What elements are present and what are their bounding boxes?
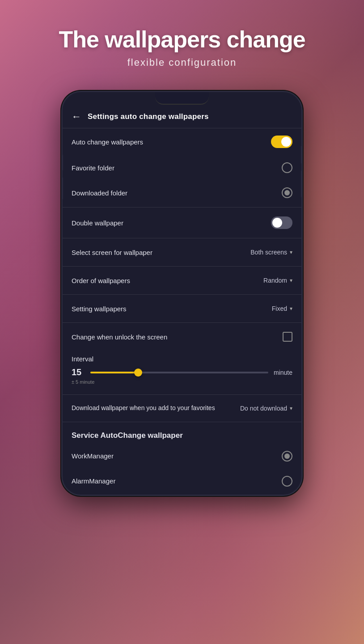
left-button-1 xyxy=(61,155,63,170)
order-wallpapers-row: Order of wallpapers Random ▾ xyxy=(63,268,301,292)
auto-change-label: Auto change wallpapers xyxy=(72,138,143,146)
alarm-manager-label: AlarmManager xyxy=(72,477,115,485)
download-chevron: ▾ xyxy=(290,405,292,411)
interval-label: Interval xyxy=(72,355,292,363)
phone-wrapper: ← Settings auto change wallpapers Auto c… xyxy=(61,91,303,496)
toggle-thumb xyxy=(281,137,291,147)
select-screen-label: Select screen for wallpaper xyxy=(72,249,152,256)
setting-wallpapers-row: Setting wallpapers Fixed ▾ xyxy=(63,297,301,321)
divider-1 xyxy=(63,207,301,208)
auto-change-toggle[interactable] xyxy=(271,136,292,148)
screen-title: Settings auto change wallpapers xyxy=(88,112,209,121)
phone-frame: ← Settings auto change wallpapers Auto c… xyxy=(61,91,303,496)
top-bar: ← Settings auto change wallpapers xyxy=(63,106,301,128)
divider-4 xyxy=(63,294,301,295)
downloaded-folder-radio[interactable] xyxy=(282,187,292,198)
change-unlock-checkbox[interactable] xyxy=(283,332,292,342)
order-chevron: ▾ xyxy=(290,277,292,284)
double-wallpaper-label: Double wallpaper xyxy=(72,219,123,227)
download-favorite-value: Do not download xyxy=(240,405,287,412)
download-favorite-dropdown[interactable]: Do not download ▾ xyxy=(240,405,292,412)
side-button-volume xyxy=(301,170,303,197)
favorite-folder-radio[interactable] xyxy=(282,162,292,173)
radio-inner-dot xyxy=(284,190,290,195)
download-favorite-label: Download wallpaper when you add to your … xyxy=(72,404,240,413)
change-unlock-label: Change when unlock the screen xyxy=(72,333,167,341)
divider-6 xyxy=(63,394,301,395)
interval-unit: minute xyxy=(274,369,292,376)
double-wallpaper-row: Double wallpaper xyxy=(63,209,301,236)
divider-7 xyxy=(63,422,301,422)
divider-3 xyxy=(63,266,301,267)
setting-wallpapers-label: Setting wallpapers xyxy=(72,305,127,313)
select-screen-value: Both screens xyxy=(250,249,287,256)
alarm-manager-row[interactable]: AlarmManager xyxy=(63,469,301,494)
work-manager-row[interactable]: WorkManager xyxy=(63,444,301,469)
back-button[interactable]: ← xyxy=(72,111,81,123)
interval-section: Interval 15 minute ± 5 minute xyxy=(63,349,301,393)
setting-wallpapers-value: Fixed xyxy=(272,305,287,312)
phone-notch xyxy=(155,92,209,105)
favorite-folder-row[interactable]: Favorite folder xyxy=(63,155,301,180)
setting-wallpapers-dropdown[interactable]: Fixed ▾ xyxy=(272,305,292,312)
work-manager-radio[interactable] xyxy=(282,451,292,462)
order-wallpapers-dropdown[interactable]: Random ▾ xyxy=(263,277,292,284)
select-screen-dropdown[interactable]: Both screens ▾ xyxy=(250,249,292,256)
divider-2 xyxy=(63,238,301,238)
order-wallpapers-value: Random xyxy=(263,277,287,284)
interval-value: 15 xyxy=(72,367,85,377)
work-manager-label: WorkManager xyxy=(72,452,114,460)
phone-screen: ← Settings auto change wallpapers Auto c… xyxy=(63,92,301,495)
double-wallpaper-toggle-thumb xyxy=(272,218,282,228)
slider-fill xyxy=(90,372,140,373)
favorite-folder-label: Favorite folder xyxy=(72,164,114,172)
slider-track xyxy=(90,372,268,373)
select-screen-row: Select screen for wallpaper Both screens… xyxy=(63,240,301,264)
double-wallpaper-toggle[interactable] xyxy=(271,216,292,229)
divider-5 xyxy=(63,322,301,323)
select-screen-chevron: ▾ xyxy=(290,249,292,255)
hero-subtitle: flexible configuration xyxy=(59,57,305,68)
order-wallpapers-label: Order of wallpapers xyxy=(72,277,130,284)
hero-section: The wallpapers change flexible configura… xyxy=(50,0,314,86)
alarm-manager-radio[interactable] xyxy=(282,476,292,487)
change-unlock-row: Change when unlock the screen xyxy=(63,325,301,349)
side-button-power xyxy=(301,146,303,164)
left-button-2 xyxy=(61,177,63,199)
hero-title: The wallpapers change xyxy=(59,27,305,52)
download-favorite-row: Download wallpaper when you add to your … xyxy=(63,397,301,420)
slider-thumb[interactable] xyxy=(134,369,142,377)
downloaded-folder-row[interactable]: Downloaded folder xyxy=(63,180,301,205)
setting-wallpapers-chevron: ▾ xyxy=(290,305,292,312)
interval-row: 15 minute xyxy=(72,367,292,377)
interval-hint: ± 5 minute xyxy=(72,379,292,385)
interval-slider[interactable] xyxy=(90,368,268,377)
service-section-header: Service AutoChange wallpaper xyxy=(63,424,301,444)
work-manager-radio-dot xyxy=(284,453,290,459)
auto-change-row: Auto change wallpapers xyxy=(63,128,301,155)
downloaded-folder-label: Downloaded folder xyxy=(72,189,127,197)
